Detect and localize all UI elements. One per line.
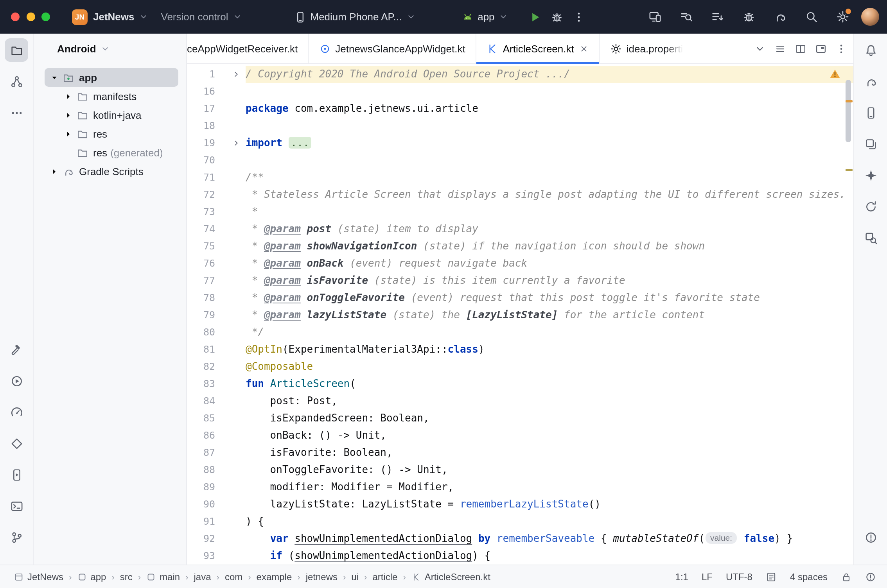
code-text[interactable] [246, 83, 853, 100]
indent-config[interactable]: 4 spaces [790, 571, 828, 582]
vcs-menu-button[interactable]: Version control [155, 8, 249, 26]
tab-ceappwidgetreceiver-kt[interactable]: ceAppWidgetReceiver.kt [187, 34, 308, 63]
project-selector[interactable]: JN JetNews [66, 6, 155, 28]
code-text[interactable]: * @param onBack (event) request navigate… [246, 255, 853, 272]
code-text[interactable]: * @param lazyListState (state) the [Lazy… [246, 307, 853, 324]
chevron-right-icon[interactable] [62, 129, 75, 139]
running-devices-tool-button[interactable] [5, 463, 28, 486]
hidden-tabs-button[interactable] [754, 43, 766, 54]
tab-articlescreen-kt[interactable]: ArticleScreen.kt [476, 34, 599, 63]
inspection-warning-icon[interactable] [829, 68, 841, 80]
problems-tool-button[interactable] [859, 525, 882, 549]
scrollbar-warning-mark[interactable] [846, 169, 853, 171]
device-mirror-button[interactable] [644, 6, 666, 28]
gradle-tool-button[interactable] [859, 70, 882, 93]
code-text[interactable]: /** [246, 169, 853, 186]
breadcrumb-com[interactable]: com [225, 571, 242, 582]
code-text[interactable]: * @param onToggleFavorite (event) reques… [246, 289, 853, 307]
code-text[interactable]: @OptIn(ExperimentalMaterial3Api::class) [246, 341, 853, 358]
tree-item-res[interactable]: res [45, 124, 178, 143]
code-text[interactable]: onToggleFavorite: () -> Unit, [246, 461, 853, 479]
sdk-list-button[interactable] [706, 6, 728, 28]
chevron-right-icon[interactable] [48, 166, 61, 176]
fold-marker[interactable] [215, 70, 246, 79]
breadcrumb-main[interactable]: main [146, 571, 180, 582]
code-text[interactable]: * @param isFavorite (state) is this item… [246, 272, 853, 289]
code-text[interactable]: fun ArticleScreen( [246, 375, 853, 393]
tree-item-app[interactable]: app [45, 68, 178, 87]
breadcrumb-ui[interactable]: ui [351, 571, 359, 582]
inspections-status[interactable] [865, 571, 876, 582]
inspect-bug-button[interactable] [738, 6, 760, 28]
gemini-tool-button[interactable] [859, 163, 882, 187]
code-text[interactable]: modifier: Modifier = Modifier, [246, 479, 853, 496]
run-config-selector[interactable]: app [455, 7, 515, 26]
line-separator[interactable]: LF [702, 571, 713, 582]
breadcrumb-example[interactable]: example [257, 571, 292, 582]
split-editor-button[interactable] [795, 43, 806, 54]
detach-editor-button[interactable] [815, 43, 827, 54]
chevron-right-icon[interactable] [62, 91, 75, 101]
terminal-tool-button[interactable] [5, 494, 28, 518]
tab-jetnewsglanceappwidget-kt[interactable]: JetnewsGlanceAppWidget.kt [308, 34, 475, 63]
code-area[interactable]: 1/ Copyright 2020 The Android Open Sourc… [187, 64, 853, 565]
code-text[interactable]: * @param showNavigationIcon (state) if t… [246, 238, 853, 255]
more-run-actions-button[interactable] [568, 6, 590, 28]
breadcrumb-jetnews[interactable]: jetnews [306, 571, 338, 582]
profiler-tool-button[interactable] [5, 400, 28, 424]
breadcrumb-jetnews[interactable]: JetNews [14, 571, 63, 582]
tree-item-manifests[interactable]: manifests [45, 87, 178, 106]
sync-status-tool-button[interactable] [859, 195, 882, 218]
layout-inspector-tool-button[interactable] [859, 226, 882, 249]
code-text[interactable] [246, 117, 853, 134]
build-variants-tool-button[interactable] [859, 132, 882, 156]
breadcrumb-articlescreen-kt[interactable]: ArticleScreen.kt [411, 571, 490, 582]
code-text[interactable]: ) { [246, 513, 853, 530]
code-text[interactable]: import ... [246, 134, 853, 152]
more-tool-windows-tool-button[interactable] [5, 101, 28, 124]
code-text[interactable]: isFavorite: Boolean, [246, 444, 853, 461]
code-text[interactable]: post: Post, [246, 393, 853, 410]
zoom-window-button[interactable] [41, 13, 50, 21]
code-text[interactable]: @Composable [246, 358, 853, 375]
run-tool-button[interactable] [5, 369, 28, 393]
project-tool-button[interactable] [5, 38, 28, 62]
run-button[interactable] [524, 6, 546, 28]
breadcrumb-article[interactable]: article [372, 571, 397, 582]
code-text[interactable]: onBack: () -> Unit, [246, 427, 853, 444]
project-view-selector[interactable]: Android [34, 34, 186, 63]
code-text[interactable]: * Stateless Article Screen that displays… [246, 186, 853, 203]
chevron-right-icon[interactable] [62, 110, 75, 120]
code-editor[interactable]: 1/ Copyright 2020 The Android Open Sourc… [187, 64, 853, 565]
device-manager-tool-button[interactable] [859, 101, 882, 124]
settings-button[interactable] [831, 6, 853, 28]
code-text[interactable]: * [246, 203, 853, 220]
code-text[interactable]: lazyListState: LazyListState = rememberL… [246, 496, 853, 513]
tab-idea-properti[interactable]: idea.properti [599, 34, 693, 63]
editor-scrollbar[interactable] [846, 80, 851, 142]
device-selector[interactable]: Medium Phone AP... [288, 7, 422, 26]
code-text[interactable]: * @param post (state) item to display [246, 220, 853, 238]
code-text[interactable]: var showUnimplementedActionDialog by rem… [246, 530, 853, 547]
code-text[interactable]: */ [246, 324, 853, 341]
tree-item-kotlin-java[interactable]: kotlin+java [45, 106, 178, 124]
breadcrumb-src[interactable]: src [120, 571, 133, 582]
file-writable[interactable] [841, 571, 852, 582]
reader-mode[interactable] [766, 571, 777, 582]
gradle-sync-button[interactable] [769, 6, 791, 28]
notifications-tool-button[interactable] [859, 38, 882, 62]
scrollbar-warning-mark[interactable] [846, 100, 853, 102]
editor-options-button[interactable] [835, 43, 847, 54]
code-text[interactable]: / Copyright 2020 The Android Open Source… [246, 66, 853, 83]
code-text[interactable]: package com.example.jetnews.ui.article [246, 100, 853, 117]
commit-tool-button[interactable] [5, 70, 28, 93]
avatar[interactable] [861, 8, 879, 26]
code-search-button[interactable] [675, 6, 697, 28]
minimize-window-button[interactable] [26, 13, 35, 21]
code-text[interactable] [246, 152, 853, 169]
file-encoding[interactable]: UTF-8 [726, 571, 752, 582]
tree-item-gradle-scripts[interactable]: Gradle Scripts [45, 162, 178, 181]
breadcrumb-app[interactable]: app [77, 571, 106, 582]
tree-item-res-generated[interactable]: res(generated) [45, 143, 178, 162]
caret-position[interactable]: 1:1 [675, 571, 688, 582]
